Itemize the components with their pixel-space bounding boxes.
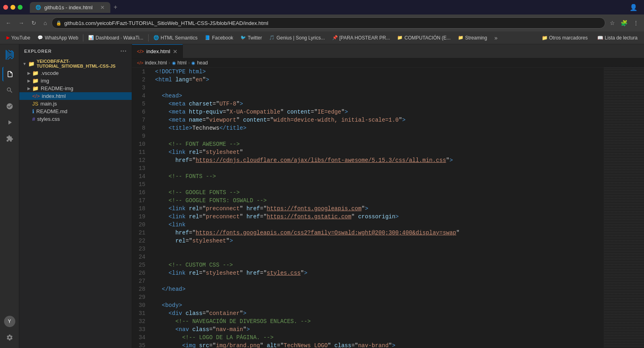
source-control-activity-icon[interactable] [2, 99, 17, 114]
vscode-logo [2, 48, 17, 62]
explorer-activity-icon[interactable] [2, 67, 17, 81]
code-content: <!DOCTYPE html><html lang="en"> <head> <… [150, 68, 604, 348]
line-number: 9 [137, 132, 145, 140]
tree-project-root[interactable]: ▼ 📁 YEICOBF/FAZT-TUTORIAL_SITIOWEB_HTML-… [19, 58, 132, 69]
address-bar[interactable]: 🔒 github1s.com/yeicobF/Fazt-TUTORIAL_Sit… [52, 17, 605, 29]
bookmark-html-semantics[interactable]: 🌐 HTML Semantics [150, 34, 201, 42]
browser-chrome: 🌐 github1s - index.html ✕ + 👤 ← → ↻ ⌂ 🔒 … [0, 0, 644, 44]
activity-bar: Y [0, 44, 19, 348]
search-activity-icon[interactable] [2, 83, 17, 97]
line-number: 6 [137, 108, 145, 116]
minimize-button[interactable] [10, 5, 15, 10]
facebook-icon: 📘 [205, 35, 210, 40]
code-line [155, 132, 604, 140]
code-editor[interactable]: 1234567891011121314151617181920212223242… [132, 68, 644, 348]
code-line: <!-- FONT AWESOME --> [155, 140, 604, 148]
bookmark-twitter[interactable]: 🐦 Twitter [237, 34, 265, 42]
sidebar-menu-button[interactable]: ··· [120, 48, 127, 55]
code-line: </head> [155, 285, 604, 293]
bookmark-otros[interactable]: 📁 Otros marcadores [538, 34, 591, 42]
code-line [155, 253, 604, 261]
tree-item-index-html[interactable]: ▶ </> index.html [19, 92, 132, 100]
tree-item-vscode[interactable]: ▶ 📁 .vscode [19, 69, 132, 77]
settings-icon[interactable]: ⋮ [631, 19, 641, 27]
editor-area: </> index.html ✕ </> index.html › ◉ html… [132, 44, 644, 348]
bookmark-genius[interactable]: 🎵 Genius | Song Lyrics... [266, 34, 328, 42]
tab-file-icon: </> [137, 49, 144, 54]
vscode-chevron: ▶ [27, 71, 31, 75]
settings-activity-icon[interactable] [2, 330, 17, 345]
code-line [155, 277, 604, 285]
line-number: 28 [137, 285, 145, 293]
js-file-icon: JS [32, 101, 38, 107]
address-text: github1s.com/yeicobF/Fazt-TUTORIAL_Sitio… [64, 20, 268, 26]
back-button[interactable]: ← [3, 18, 14, 28]
close-button[interactable] [3, 5, 8, 10]
forward-button[interactable]: → [16, 18, 27, 28]
bookmark-streaming[interactable]: 📁 Streaming [455, 34, 491, 42]
line-number: 16 [137, 188, 145, 197]
line-number: 17 [137, 197, 145, 205]
line-numbers: 1234567891011121314151617181920212223242… [132, 68, 150, 348]
bookmark-computacion[interactable]: 📁 COMPUTACIÓN (E... [394, 34, 453, 42]
extensions-activity-icon[interactable] [2, 131, 17, 146]
tab-favicon: 🌐 [35, 5, 41, 10]
line-number: 31 [137, 309, 145, 317]
breadcrumb-head: head [197, 60, 208, 66]
star-icon[interactable]: ☆ [608, 19, 617, 27]
bookmark-lista-lectura[interactable]: 📖 Lista de lectura [594, 34, 641, 42]
browser-tab-title: github1s - index.html [44, 4, 93, 10]
code-line: href="https://fonts.googleapis.com/css2?… [155, 229, 604, 237]
line-number: 7 [137, 116, 145, 124]
root-folder-icon: 📁 [28, 61, 35, 67]
bookmark-separator-2 [148, 34, 149, 41]
line-number: 15 [137, 180, 145, 188]
line-number: 5 [137, 100, 145, 108]
sidebar-title: EXPLORER [24, 49, 52, 54]
code-line: <title>Technews</title> [155, 124, 604, 132]
editor-scroll[interactable]: <!DOCTYPE html><html lang="en"> <head> <… [150, 68, 604, 348]
bookmark-dashboard[interactable]: 📊 Dashboard · WakaTi... [85, 34, 147, 42]
code-line [155, 84, 604, 92]
code-line: <!-- GOOGLE FONTS --> [155, 188, 604, 197]
line-number: 22 [137, 237, 145, 245]
line-number: 35 [137, 342, 145, 348]
code-line: <!-- FONTS --> [155, 172, 604, 180]
line-number: 12 [137, 156, 145, 164]
tree-item-styles-css[interactable]: ▶ # styles.css [19, 115, 132, 123]
bookmark-youtube[interactable]: ▶ YouTube [3, 34, 33, 42]
css-file-icon: # [32, 116, 35, 122]
reload-button[interactable]: ↻ [29, 18, 39, 28]
code-line [155, 293, 604, 301]
tree-item-readme-img[interactable]: ▶ 📁 README-img [19, 85, 132, 92]
tree-item-readme-md[interactable]: ▶ ℹ README.md [19, 108, 132, 115]
maximize-button[interactable] [18, 5, 23, 10]
browser-tab[interactable]: 🌐 github1s - index.html ✕ [30, 2, 110, 13]
code-line: <meta name="viewport" content="width=dev… [155, 116, 604, 124]
activity-bar-bottom: Y [2, 314, 17, 348]
tab-close-icon[interactable]: ✕ [100, 4, 105, 10]
home-button[interactable]: ⌂ [41, 18, 49, 28]
tree-item-img[interactable]: ▶ 📁 img [19, 77, 132, 85]
editor-tab-index-html[interactable]: </> index.html ✕ [132, 44, 183, 58]
run-activity-icon[interactable] [2, 115, 17, 130]
minimap [604, 68, 644, 348]
more-bookmarks-button[interactable]: » [492, 34, 500, 42]
account-activity-icon[interactable]: Y [2, 314, 17, 329]
line-number: 33 [137, 325, 145, 334]
tab-close-button[interactable]: ✕ [173, 48, 178, 55]
extensions-icon[interactable]: 🧩 [619, 19, 630, 27]
title-bar: 🌐 github1s - index.html ✕ + 👤 [0, 0, 644, 14]
tree-item-main-js[interactable]: ▶ JS main.js [19, 100, 132, 108]
bookmark-hostear[interactable]: 📌 [PARA HOSTEAR PR... [329, 34, 393, 42]
title-bar-buttons [3, 5, 23, 10]
genius-icon: 🎵 [269, 35, 275, 40]
bookmark-facebook[interactable]: 📘 Facebook [201, 34, 236, 42]
new-tab-button[interactable]: + [110, 4, 120, 11]
readme-img-chevron: ▶ [27, 86, 31, 91]
breadcrumb-sep-1: › [169, 60, 170, 66]
bookmark-whatsapp[interactable]: 💬 WhatsApp Web [34, 34, 81, 42]
line-number: 25 [137, 261, 145, 269]
breadcrumb-file-icon: </> [137, 60, 143, 65]
tab-label: index.html [146, 48, 170, 54]
